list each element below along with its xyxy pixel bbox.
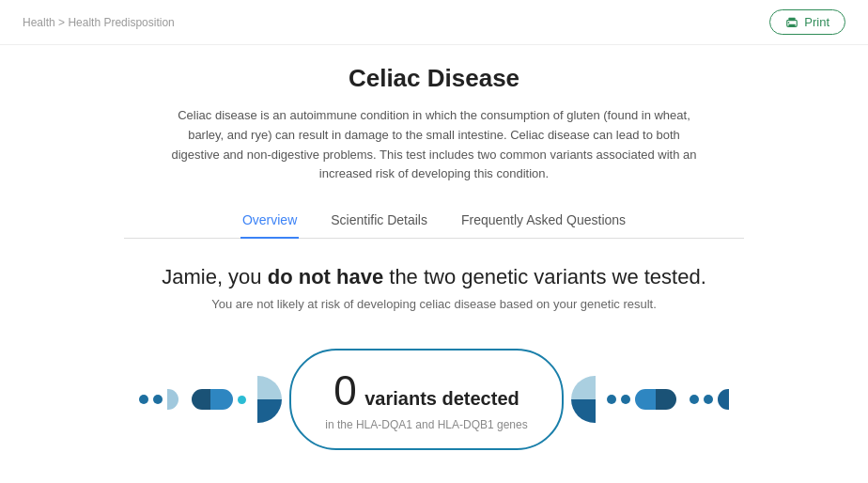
left-decorative-group (139, 376, 282, 423)
main-content: Celiac Disease Celiac disease is an auto… (105, 45, 763, 239)
result-headline: Jamie, you do not have the two genetic v… (19, 265, 849, 289)
decor-half-circle-left-1 (167, 389, 178, 410)
tab-overview[interactable]: Overview (240, 205, 299, 239)
variant-count-row: 0 variants detected (325, 367, 527, 414)
breadcrumb-separator: > (58, 16, 68, 29)
decor-dot-5 (690, 395, 699, 404)
decor-dot-teal (238, 396, 246, 404)
decor-quarter-left (257, 376, 282, 423)
top-bar: Health > Health Predisposition Print (0, 0, 868, 45)
result-headline-suffix: the two genetic variants we tested. (383, 265, 706, 288)
decor-half-circle-right-1 (718, 389, 729, 410)
visualization: 0 variants detected in the HLA-DQA1 and … (19, 339, 849, 469)
decor-pill-right (635, 389, 676, 410)
page-description: Celiac disease is an autoimmune conditio… (171, 106, 697, 184)
print-label: Print (804, 15, 829, 29)
print-button[interactable]: Print (769, 9, 845, 35)
result-subtext: You are not likely at risk of developing… (19, 297, 849, 311)
breadcrumb: Health > Health Predisposition (23, 16, 175, 29)
breadcrumb-root: Health (23, 16, 55, 29)
decor-dot-4 (621, 395, 630, 404)
variant-count: 0 (333, 367, 356, 413)
decor-dot-6 (704, 395, 713, 404)
decor-quarter-right (571, 376, 596, 423)
svg-rect-2 (789, 23, 796, 26)
decor-dot-2 (153, 395, 163, 404)
variant-card: 0 variants detected in the HLA-DQA1 and … (289, 349, 563, 450)
right-decorative-group (571, 376, 729, 423)
svg-point-3 (788, 22, 790, 23)
result-headline-bold: do not have (268, 265, 383, 288)
tabs-container: Overview Scientific Details Frequently A… (124, 205, 744, 239)
decor-dot-3 (607, 395, 616, 404)
variant-label: variants detected (364, 388, 519, 409)
breadcrumb-current: Health Predisposition (68, 16, 174, 29)
tab-scientific-details[interactable]: Scientific Details (329, 205, 429, 239)
result-section: Jamie, you do not have the two genetic v… (0, 239, 868, 469)
variant-gene: in the HLA-DQA1 and HLA-DQB1 genes (325, 418, 527, 431)
decor-pill-left (192, 389, 233, 410)
tab-faq[interactable]: Frequently Asked Questions (459, 205, 628, 239)
page-title: Celiac Disease (124, 64, 744, 93)
result-headline-prefix: Jamie, you (162, 265, 268, 288)
svg-rect-1 (789, 17, 796, 21)
print-icon (785, 16, 798, 29)
decor-dot-1 (139, 395, 148, 404)
